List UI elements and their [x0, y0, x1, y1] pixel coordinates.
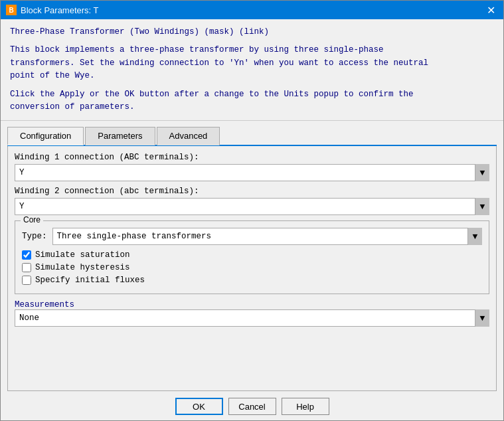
title-bar: B Block Parameters: T ✕ — [1, 1, 503, 19]
core-legend: Core — [21, 215, 43, 224]
simulate-hysteresis-checkbox[interactable] — [22, 263, 31, 272]
simulate-saturation-label: Simulate saturation — [35, 250, 130, 260]
buttons-row: OK Cancel Help — [1, 391, 503, 420]
simulate-hysteresis-row: Simulate hysteresis — [22, 263, 482, 272]
winding1-select[interactable]: YYnYgDelta (D1)Delta (D3) — [15, 164, 489, 181]
tab-configuration[interactable]: Configuration — [7, 127, 84, 145]
desc-units-block: Click the Apply or the OK button after a… — [10, 88, 494, 114]
core-type-select[interactable]: Three single-phase transformersThree-lim… — [52, 228, 482, 245]
measurements-label: Measurements — [15, 300, 74, 309]
measurements-select-wrapper: NoneWinding voltagesWinding currentsFlux… — [15, 309, 489, 327]
desc-line6: conversion of parameters. — [10, 102, 135, 112]
description-area: Three-Phase Transformer (Two Windings) (… — [1, 19, 503, 121]
tab-content-configuration: Winding 1 connection (ABC terminals): YY… — [7, 146, 497, 391]
desc-block: This block implements a three-phase tran… — [10, 44, 494, 82]
desc-line1: Three-Phase Transformer (Two Windings) (… — [10, 26, 494, 39]
winding1-select-wrapper: YYnYgDelta (D1)Delta (D3) ▼ — [15, 164, 489, 181]
simulate-saturation-row: Simulate saturation — [22, 250, 482, 260]
simulate-hysteresis-label: Simulate hysteresis — [35, 263, 130, 272]
specify-initial-fluxes-checkbox[interactable] — [22, 276, 31, 285]
specify-initial-fluxes-row: Specify initial fluxes — [22, 276, 482, 285]
tab-parameters[interactable]: Parameters — [85, 127, 155, 145]
winding2-select[interactable]: YYnYgDelta (D1)Delta (D3) — [15, 198, 489, 215]
desc-line3: transformers. Set the winding connection… — [10, 58, 428, 68]
winding2-select-wrapper: YYnYgDelta (D1)Delta (D3) ▼ — [15, 198, 489, 215]
core-type-row: Type: Three single-phase transformersThr… — [22, 228, 482, 245]
winding2-group: Winding 2 connection (abc terminals): YY… — [15, 187, 489, 215]
help-button[interactable]: Help — [282, 398, 329, 415]
simulate-saturation-checkbox[interactable] — [22, 250, 31, 260]
window-icon: B — [6, 5, 17, 15]
core-type-label: Type: — [22, 232, 47, 241]
main-window: B Block Parameters: T ✕ Three-Phase Tran… — [0, 0, 504, 421]
measurements-select[interactable]: NoneWinding voltagesWinding currentsFlux… — [15, 309, 489, 327]
close-button[interactable]: ✕ — [483, 3, 498, 17]
desc-line4: point of the Wye. — [10, 71, 95, 80]
window-title: Block Parameters: T — [21, 5, 483, 15]
desc-line5: Click the Apply or the OK button after a… — [10, 90, 414, 99]
winding2-label: Winding 2 connection (abc terminals): — [15, 187, 489, 196]
cancel-button[interactable]: Cancel — [228, 398, 276, 415]
winding1-group: Winding 1 connection (ABC terminals): YY… — [15, 153, 489, 181]
tab-advanced[interactable]: Advanced — [157, 127, 220, 145]
core-group: Core Type: Three single-phase transforme… — [15, 220, 489, 294]
desc-line2: This block implements a three-phase tran… — [10, 45, 384, 54]
specify-initial-fluxes-label: Specify initial fluxes — [35, 276, 145, 285]
ok-button[interactable]: OK — [175, 398, 223, 415]
tabs-header: Configuration Parameters Advanced — [7, 126, 497, 146]
measurements-group: Measurements NoneWinding voltagesWinding… — [15, 299, 489, 327]
winding1-label: Winding 1 connection (ABC terminals): — [15, 153, 489, 162]
core-type-select-wrapper: Three single-phase transformersThree-lim… — [52, 228, 482, 245]
tabs-container: Configuration Parameters Advanced Windin… — [1, 121, 503, 391]
